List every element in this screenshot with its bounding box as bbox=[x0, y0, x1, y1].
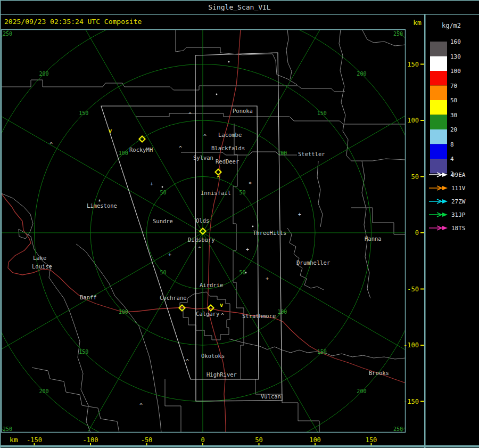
city-label-olds: Olds bbox=[196, 217, 209, 224]
legend-swatch bbox=[430, 129, 447, 144]
range-label-150km: 150 bbox=[317, 349, 327, 355]
legend-swatch bbox=[430, 71, 447, 86]
direction-marker: v bbox=[109, 127, 112, 134]
city-label-ponoka: Ponoka bbox=[233, 108, 253, 114]
city-label-didsbury: Didsbury bbox=[188, 237, 215, 243]
town-marker: ^ bbox=[179, 145, 182, 151]
city-label-reddeer: RedDeer bbox=[216, 158, 239, 165]
range-label-200km: 200 bbox=[39, 388, 49, 394]
right-axis-tick-label: -150 bbox=[403, 398, 419, 405]
range-label-50km: 50 bbox=[240, 190, 246, 196]
city-label-cochrane: Cochrane bbox=[160, 295, 187, 301]
town-marker: ^ bbox=[221, 313, 224, 319]
right-axis-tick-label: 0 bbox=[415, 229, 419, 237]
town-marker: + bbox=[168, 252, 171, 258]
city-label-blackfalds: Blackfalds bbox=[211, 145, 245, 151]
radar-display-scene: 5050505010010010010015015015015020020020… bbox=[0, 0, 479, 448]
town-marker: + bbox=[150, 181, 153, 187]
range-label-200km: 200 bbox=[357, 71, 366, 77]
town-marker: + bbox=[246, 247, 249, 252]
map-canvas[interactable] bbox=[1, 29, 406, 433]
bottom-axis-unit-label: km bbox=[10, 436, 18, 443]
radar-arrow-head bbox=[442, 186, 448, 190]
range-label-200km: 200 bbox=[39, 71, 49, 77]
range-label-150km: 150 bbox=[79, 349, 88, 355]
legend-swatch bbox=[430, 144, 447, 159]
legend-swatch bbox=[430, 42, 447, 56]
city-label-strathmore: Strathmore bbox=[242, 313, 276, 319]
town-marker: ^ bbox=[186, 359, 189, 364]
legend-threshold-label: 130 bbox=[450, 53, 461, 60]
radar-arrow-head bbox=[442, 213, 448, 217]
town-marker: ^ bbox=[188, 112, 192, 118]
city-label-hanna: Hanna bbox=[365, 235, 382, 242]
city-label-sundre: Sundre bbox=[153, 218, 173, 224]
city-label-calgary: Calgary bbox=[196, 311, 219, 317]
range-label-250km: 250 bbox=[393, 426, 403, 432]
city-label-sylvan: Sylvan bbox=[193, 154, 213, 161]
left-border-line bbox=[0, 0, 1, 448]
town-marker: + bbox=[298, 211, 301, 217]
town-dot-marker bbox=[216, 94, 218, 95]
city-label-lake: Lake bbox=[33, 255, 46, 261]
range-label-150km: 150 bbox=[317, 110, 327, 116]
town-marker: ^ bbox=[203, 134, 207, 140]
right-axis-tick-label: 100 bbox=[407, 117, 419, 124]
radar-site-id-label: 09EA bbox=[451, 172, 466, 178]
town-marker: ^ bbox=[49, 142, 53, 148]
city-label-drumheller: Drumheller bbox=[296, 259, 330, 266]
legend-threshold-label: 70 bbox=[450, 83, 457, 89]
window-title: Single_Scan_VIL bbox=[0, 4, 479, 11]
city-label-brooks: Brooks bbox=[369, 370, 389, 376]
city-label-airdrie: Airdrie bbox=[200, 282, 223, 288]
radar-application-window: 5050505010010010010015015015015020020020… bbox=[0, 0, 479, 448]
legend-swatch bbox=[430, 100, 447, 115]
range-label-100km: 100 bbox=[119, 150, 128, 156]
radar-arrow-head bbox=[442, 199, 448, 203]
legend-swatch bbox=[430, 86, 447, 101]
city-label-limestone: Limestone bbox=[87, 202, 117, 209]
legend-threshold-label: 30 bbox=[450, 112, 457, 119]
scan-timestamp: 2025/09/23 02:35:24 UTC Composite bbox=[4, 18, 142, 25]
legend-swatch bbox=[430, 56, 447, 71]
radar-site-id-label: 111V bbox=[451, 185, 466, 192]
city-label-lacombe: Lacombe bbox=[218, 132, 242, 138]
legend-swatch bbox=[430, 115, 447, 130]
city-label-vulcan: Vulcan bbox=[261, 393, 281, 400]
bottom-axis-tick-label: 50 bbox=[255, 436, 262, 444]
direction-marker: v bbox=[220, 302, 224, 308]
city-label-innisfail: Innisfail bbox=[201, 190, 231, 196]
range-label-200km: 200 bbox=[357, 388, 366, 394]
radar-site-id-label: 27ZW bbox=[451, 198, 466, 205]
range-label-50km: 50 bbox=[160, 190, 166, 196]
range-label-250km: 250 bbox=[3, 426, 12, 432]
city-label-okotoks: Okotoks bbox=[201, 353, 225, 359]
town-marker: ^ bbox=[198, 246, 201, 252]
legend-threshold-label: 20 bbox=[450, 126, 457, 133]
city-label-threehills: ThreeHills bbox=[253, 230, 286, 236]
bottom-axis-tick-label: 100 bbox=[309, 436, 321, 444]
town-marker: + bbox=[266, 276, 269, 282]
town-dot-marker bbox=[162, 186, 163, 188]
range-label-100km: 100 bbox=[277, 309, 287, 315]
right-axis-tick-label: 150 bbox=[407, 61, 419, 68]
bottom-axis-tick-label: 0 bbox=[201, 436, 204, 444]
bottom-axis-tick-label: 150 bbox=[366, 436, 377, 444]
range-label-50km: 50 bbox=[240, 270, 246, 275]
legend-threshold-label: 50 bbox=[450, 97, 457, 104]
title-divider-line bbox=[0, 14, 479, 15]
city-label-louise: Louise bbox=[32, 263, 52, 270]
right-axis-unit-label: km bbox=[408, 19, 427, 26]
radar-site-id-label: 31JP bbox=[451, 211, 466, 218]
panel-divider-line bbox=[424, 14, 426, 448]
right-axis-tick-label: -50 bbox=[407, 286, 419, 293]
range-label-150km: 150 bbox=[79, 110, 88, 116]
town-dot-marker bbox=[252, 226, 254, 227]
direction-marker: ^ bbox=[217, 175, 220, 182]
right-axis-tick-label: -100 bbox=[403, 341, 419, 349]
range-label-250km: 250 bbox=[3, 31, 12, 37]
town-marker: * bbox=[249, 181, 252, 187]
bottom-border-strip bbox=[0, 445, 479, 447]
legend-threshold-label: 100 bbox=[450, 68, 461, 75]
range-label-250km: 250 bbox=[393, 31, 403, 37]
